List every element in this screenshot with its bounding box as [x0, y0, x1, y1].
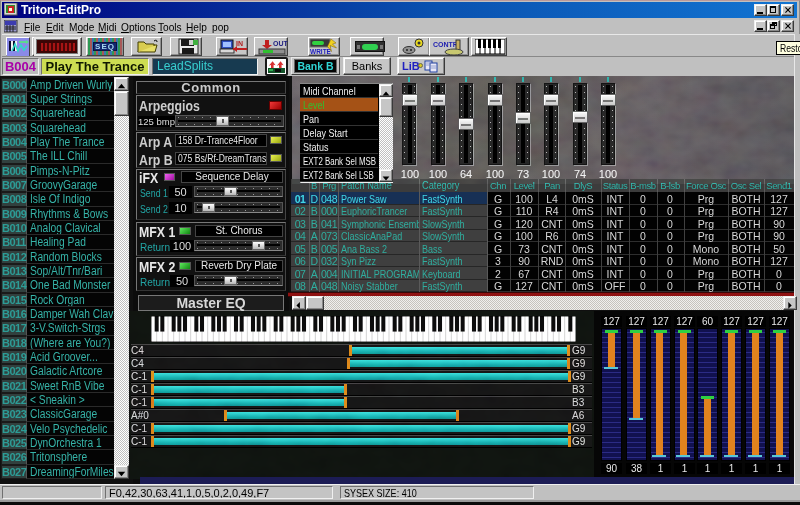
svg-text:CONTR: CONTR	[433, 41, 458, 48]
svg-text:IN: IN	[236, 40, 243, 47]
svg-text:WRITE: WRITE	[310, 48, 332, 55]
svg-text:OUT: OUT	[273, 40, 289, 47]
